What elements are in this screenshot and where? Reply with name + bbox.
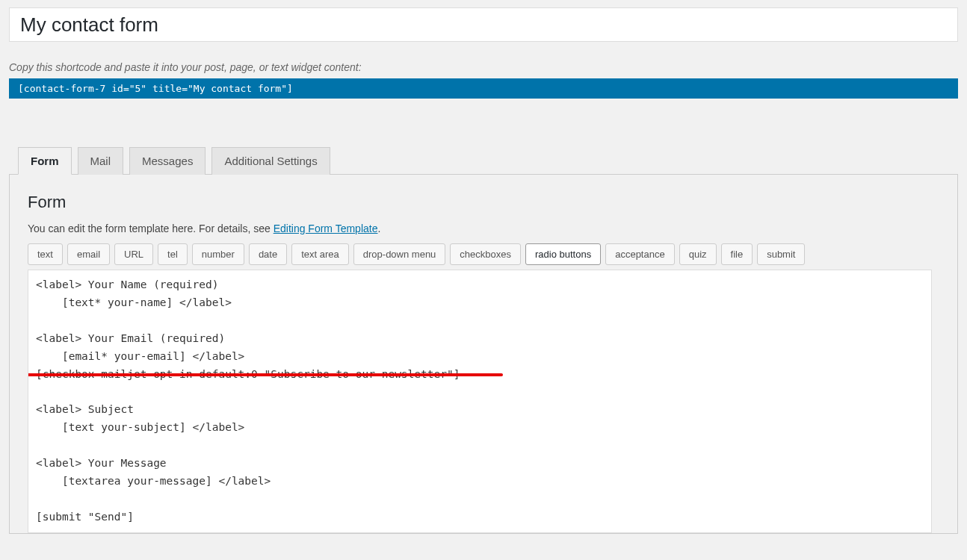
shortcode-hint-text: Copy this shortcode and paste it into yo… (9, 61, 958, 73)
tag-text-button[interactable]: text (28, 243, 63, 265)
form-panel: Form You can edit the form template here… (9, 174, 958, 534)
tag-radio-button[interactable]: radio buttons (525, 243, 601, 265)
tag-dropdown-button[interactable]: drop-down menu (353, 243, 446, 265)
panel-description: You can edit the form template here. For… (28, 223, 939, 234)
tag-file-button[interactable]: file (721, 243, 753, 265)
form-template-content: <label> Your Name (required) [text* your… (36, 279, 460, 523)
tab-additional-settings[interactable]: Additional Settings (211, 147, 330, 175)
tag-date-button[interactable]: date (249, 243, 287, 265)
tag-acceptance-button[interactable]: acceptance (605, 243, 675, 265)
tag-generator-row: text email URL tel number date text area… (28, 243, 939, 265)
editing-form-template-link[interactable]: Editing Form Template (274, 223, 378, 234)
tab-messages[interactable]: Messages (129, 147, 206, 175)
tab-form[interactable]: Form (18, 147, 72, 175)
tag-number-button[interactable]: number (192, 243, 244, 265)
form-template-textarea[interactable]: <label> Your Name (required) [text* your… (28, 270, 932, 533)
tag-email-button[interactable]: email (67, 243, 110, 265)
shortcode-display[interactable]: [contact-form-7 id="5" title="My contact… (9, 78, 958, 99)
panel-description-prefix: You can edit the form template here. For… (28, 223, 274, 234)
tag-submit-button[interactable]: submit (757, 243, 805, 265)
panel-description-suffix: . (377, 223, 380, 234)
highlight-underline (28, 373, 503, 376)
form-title-input[interactable] (9, 7, 958, 42)
tag-checkboxes-button[interactable]: checkboxes (450, 243, 521, 265)
tab-mail[interactable]: Mail (78, 147, 124, 175)
tag-quiz-button[interactable]: quiz (679, 243, 717, 265)
tag-url-button[interactable]: URL (114, 243, 153, 265)
tag-tel-button[interactable]: tel (158, 243, 188, 265)
panel-heading: Form (28, 193, 939, 212)
tab-bar: Form Mail Messages Additional Settings (18, 146, 958, 174)
tag-textarea-button[interactable]: text area (291, 243, 349, 265)
